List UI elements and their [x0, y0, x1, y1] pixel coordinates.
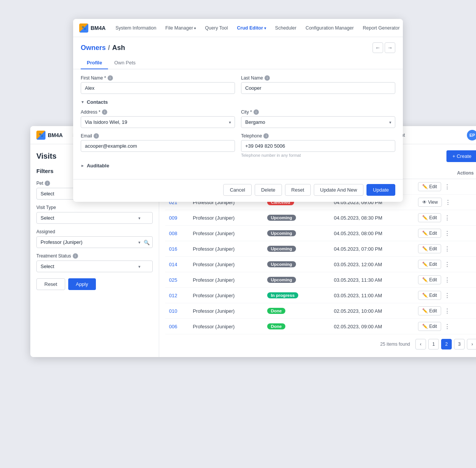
- edit-button[interactable]: ✏️ Edit: [418, 213, 441, 222]
- cell-pet: 009: [165, 210, 189, 226]
- visit-id-link[interactable]: 008: [169, 231, 177, 236]
- visit-id-link[interactable]: 009: [169, 215, 177, 221]
- tab-profile[interactable]: Profile: [81, 57, 108, 69]
- create-button[interactable]: + Create: [446, 150, 476, 162]
- update-and-new-button[interactable]: Update And New: [314, 184, 364, 196]
- contacts-chevron-icon: ▼: [81, 100, 85, 104]
- top-nav-1: 🐾 BM4A System Information File Manager Q…: [73, 19, 403, 37]
- tab-own-pets[interactable]: Own Pets: [108, 57, 141, 69]
- cell-pet: 014: [165, 257, 189, 272]
- contacts-section-header[interactable]: ▼ Contacts: [81, 99, 395, 105]
- cancel-button[interactable]: Cancel: [223, 184, 251, 196]
- nav-file-manager-1[interactable]: File Manager: [161, 24, 200, 32]
- treatment-status-filter-label: Treatment Status i: [36, 253, 153, 259]
- breadcrumb-current: Ash: [112, 44, 125, 52]
- edit-button[interactable]: ✏️ Edit: [418, 182, 441, 191]
- nav-query-tool-1[interactable]: Query Tool: [201, 24, 232, 32]
- telephone-info-icon: i: [263, 133, 269, 139]
- update-button[interactable]: Update: [366, 184, 395, 196]
- table-row: 014 Professor (Juniper) Upcoming 03.05.2…: [165, 257, 476, 272]
- first-name-group: First Name * i: [81, 75, 235, 94]
- auditable-section-header[interactable]: ► Auditable: [81, 163, 395, 168]
- more-options-button[interactable]: ⋮: [443, 260, 452, 269]
- pagination-prev-button[interactable]: ‹: [415, 339, 426, 349]
- assigned-select[interactable]: Professor (Juniper): [36, 236, 153, 248]
- visit-id-link[interactable]: 010: [169, 308, 177, 314]
- telephone-input[interactable]: [241, 140, 395, 152]
- more-options-button[interactable]: ⋮: [443, 291, 452, 300]
- more-options-button[interactable]: ⋮: [443, 307, 452, 315]
- email-input[interactable]: [81, 140, 235, 152]
- cell-status: Done: [263, 303, 330, 319]
- visit-type-select[interactable]: Select: [36, 212, 153, 224]
- form-actions: Cancel Delete Reset Update And New Updat…: [73, 179, 403, 202]
- visit-id-link[interactable]: 014: [169, 262, 177, 267]
- edit-button[interactable]: ✏️ Edit: [418, 260, 441, 269]
- first-name-info-icon: i: [108, 75, 113, 81]
- filters-title: Filters: [36, 168, 53, 174]
- assigned-search-icon[interactable]: 🔍: [144, 239, 150, 245]
- cell-date: 04.05.2023, 07:00 PM: [330, 241, 414, 257]
- treatment-status-select[interactable]: Select: [36, 261, 153, 272]
- more-options-button[interactable]: ⋮: [443, 322, 452, 331]
- pagination-next-button[interactable]: ›: [467, 339, 476, 349]
- edit-button[interactable]: ✏️ Edit: [418, 275, 441, 284]
- visit-id-link[interactable]: 012: [169, 293, 177, 298]
- more-options-button[interactable]: ⋮: [443, 229, 452, 238]
- cell-assigned: Professor (Juniper): [189, 226, 263, 241]
- cell-actions: ✏️ Edit ⋮: [414, 257, 476, 272]
- more-options-button[interactable]: ⋮: [443, 214, 452, 222]
- treatment-status-info-icon: i: [73, 253, 78, 259]
- more-options-button[interactable]: ⋮: [443, 198, 453, 207]
- delete-button[interactable]: Delete: [255, 184, 282, 196]
- cell-pet: 012: [165, 288, 189, 303]
- nav-report-gen-1[interactable]: Report Generator: [359, 24, 403, 32]
- logo-area-1[interactable]: 🐾 BM4A: [79, 23, 106, 33]
- pagination-info: 25 items found: [380, 342, 410, 347]
- more-options-button[interactable]: ⋮: [443, 183, 452, 191]
- breadcrumb-parent[interactable]: Owners: [81, 44, 106, 52]
- edit-button[interactable]: ✏️ Edit: [418, 291, 441, 300]
- edit-button[interactable]: ✏️ Edit: [418, 244, 441, 253]
- logo-area-2[interactable]: 🐾 BM4A: [36, 131, 63, 140]
- last-name-input[interactable]: [241, 82, 395, 94]
- pagination-page-3[interactable]: 3: [454, 339, 465, 349]
- cell-date: 02.05.2023, 09:00 AM: [330, 319, 414, 334]
- cell-date: 02.05.2023, 10:00 AM: [330, 303, 414, 319]
- reset-button[interactable]: Reset: [285, 184, 311, 196]
- cell-actions: ✏️ Edit ⋮: [414, 288, 476, 303]
- address-select[interactable]: Via Isidoro Wiel, 19: [81, 116, 235, 128]
- cell-status: Upcoming: [263, 241, 330, 257]
- nav-system-info-1[interactable]: System Information: [112, 24, 160, 32]
- next-arrow-button[interactable]: →: [385, 42, 395, 53]
- row-actions: ✏️ Edit ⋮: [418, 275, 474, 284]
- prev-arrow-button[interactable]: ←: [373, 42, 383, 53]
- pagination-page-2[interactable]: 2: [441, 339, 452, 349]
- view-button[interactable]: 👁 View: [418, 198, 442, 207]
- more-options-button[interactable]: ⋮: [443, 276, 452, 284]
- last-name-info-icon: i: [265, 75, 270, 81]
- pagination-page-1[interactable]: 1: [428, 339, 439, 349]
- visit-id-link[interactable]: 016: [169, 246, 177, 252]
- visits-table-body: 019 Professor (Juniper) Upcoming 05.05.2…: [165, 179, 476, 334]
- nav-avatar-2[interactable]: EP: [467, 130, 476, 140]
- cell-actions: ✏️ Edit ⋮: [414, 303, 476, 319]
- visit-id-link[interactable]: 025: [169, 277, 177, 283]
- table-row: 016 Professor (Juniper) Upcoming 04.05.2…: [165, 241, 476, 257]
- nav-crud-editor-1[interactable]: Crud Editor: [233, 24, 270, 32]
- edit-button[interactable]: ✏️ Edit: [418, 322, 441, 331]
- edit-button[interactable]: ✏️ Edit: [418, 306, 441, 315]
- first-name-input[interactable]: [81, 82, 235, 94]
- nav-config-mgr-1[interactable]: Configuration Manager: [302, 24, 357, 32]
- visit-id-link[interactable]: 006: [169, 324, 177, 329]
- nav-scheduler-1[interactable]: Scheduler: [271, 24, 300, 32]
- cell-status: Upcoming: [263, 257, 330, 272]
- row-actions: ✏️ Edit ⋮: [418, 291, 474, 300]
- filter-apply-button[interactable]: Apply: [68, 278, 96, 290]
- address-select-wrap: Via Isidoro Wiel, 19: [81, 116, 235, 128]
- edit-button[interactable]: ✏️ Edit: [418, 229, 441, 238]
- visit-type-filter-group: Visit Type Select ▾: [36, 205, 153, 224]
- more-options-button[interactable]: ⋮: [443, 245, 452, 253]
- filter-reset-button[interactable]: Reset: [36, 278, 65, 290]
- city-select[interactable]: Bergamo: [241, 116, 395, 128]
